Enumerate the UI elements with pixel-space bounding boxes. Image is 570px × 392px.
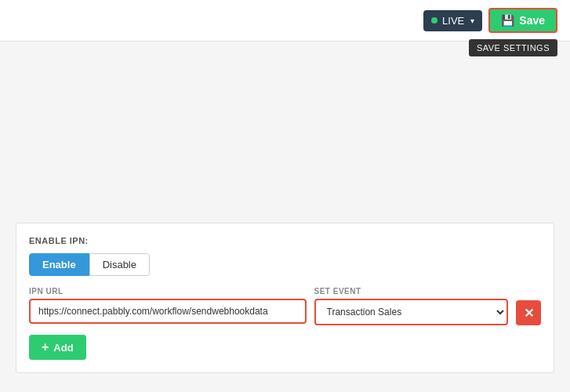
enable-ipn-label: ENABLE IPN: (29, 236, 541, 245)
ipn-url-label: IPN URL (29, 287, 307, 296)
set-event-group: SET EVENT Transaction Sales Subscription… (314, 287, 508, 325)
toggle-group: Enable Disable (29, 253, 541, 276)
add-label: Add (53, 342, 73, 354)
add-button[interactable]: + Add (29, 335, 86, 360)
delete-button[interactable]: ✕ (516, 300, 541, 325)
plus-icon: + (42, 340, 49, 354)
live-button[interactable]: LIVE ▾ (423, 10, 482, 31)
disable-button[interactable]: Disable (89, 253, 150, 276)
live-caret-icon: ▾ (470, 16, 474, 25)
delete-icon: ✕ (524, 306, 534, 321)
tooltip-text: SAVE SETTINGS (477, 43, 550, 53)
set-event-select[interactable]: Transaction Sales Subscription Created S… (314, 299, 508, 325)
main-content: ENABLE IPN: Enable Disable IPN URL SET E… (0, 42, 570, 389)
save-label: Save (519, 14, 545, 27)
bottom-panel: ENABLE IPN: Enable Disable IPN URL SET E… (16, 223, 554, 373)
live-label: LIVE (442, 15, 464, 27)
ipn-url-group: IPN URL (29, 287, 307, 324)
set-event-label: SET EVENT (314, 287, 508, 296)
ipn-url-input[interactable] (29, 299, 307, 324)
save-button[interactable]: 💾 Save (488, 8, 557, 33)
top-bar: LIVE ▾ 💾 Save SAVE SETTINGS (0, 0, 570, 42)
live-status-dot (431, 17, 437, 24)
floppy-icon: 💾 (501, 14, 514, 27)
fields-row: IPN URL SET EVENT Transaction Sales Subs… (29, 287, 541, 325)
enable-button[interactable]: Enable (29, 253, 89, 276)
save-settings-tooltip: SAVE SETTINGS (469, 39, 557, 56)
